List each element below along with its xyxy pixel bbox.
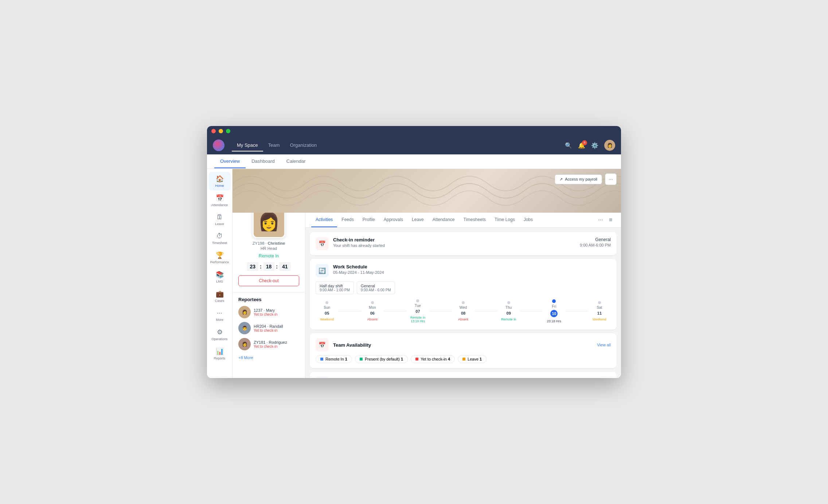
reportee-name-0: 1237 · Mary (254, 308, 277, 312)
app-window: My Space Team Organization 🔍 🔔 6 ⚙️ 👩 Ov… (207, 126, 621, 378)
sidebar-item-more[interactable]: ··· More (209, 306, 231, 324)
day-col-wed: Wed 08 Absent (452, 300, 474, 323)
banner-more-button[interactable]: ··· (605, 173, 617, 185)
sidebar-item-performance[interactable]: 🏆 Performance (209, 248, 231, 267)
shift-tag-0: Half day shift 9:00 AM - 1:00 PM (316, 281, 354, 294)
sidebar-label-home: Home (215, 184, 224, 188)
tabs-more-button[interactable]: ··· (595, 214, 606, 226)
day-status-thu: Remote In (501, 318, 516, 321)
sidebar-label-performance: Performance (210, 260, 229, 264)
more-reportees-link[interactable]: +8 More (238, 354, 299, 361)
tab-feeds[interactable]: Feeds (337, 213, 358, 227)
leave-icon: 🗓 (216, 213, 223, 221)
sidebar-label-operations: Operations (211, 337, 227, 341)
tab-dashboard[interactable]: Dashboard (246, 155, 281, 168)
user-avatar[interactable]: 👩 (604, 140, 615, 151)
day-dot-thu (507, 301, 510, 304)
operations-icon: ⚙ (217, 328, 223, 336)
day-col-mon: Mon 06 Absent (361, 300, 384, 323)
close-btn[interactable] (211, 129, 216, 133)
tab-leave[interactable]: Leave (407, 213, 428, 227)
day-col-sat: Sat 11 Weekend (588, 300, 611, 323)
day-status-sat: Weekend (593, 318, 606, 321)
profile-avatar: 👩 (253, 213, 285, 238)
timeline-line-1 (338, 311, 361, 311)
profile-left-panel: 👩 ZY198 · Christine HR Head Remote In 23… (233, 213, 305, 378)
nav-team[interactable]: Team (263, 139, 285, 151)
tab-profile[interactable]: Profile (358, 213, 379, 227)
tab-jobs[interactable]: Jobs (519, 213, 537, 227)
sidebar-item-timesheet[interactable]: ⏱ Timesheet (209, 229, 231, 248)
timeline-line-2 (384, 311, 406, 311)
sidebar-item-attendance[interactable]: 📅 Attendance (209, 191, 231, 210)
day-label-sat: Sat (597, 306, 602, 310)
tab-approvals[interactable]: Approvals (379, 213, 407, 227)
maximize-btn[interactable] (226, 129, 230, 133)
notifications-icon[interactable]: 🔔 6 (578, 142, 585, 149)
avail-label-leave: Leave 1 (468, 357, 482, 361)
checkin-body: Check-in reminder Your shift has already… (333, 237, 575, 248)
timesheet-icon: ⏱ (216, 232, 223, 240)
banner-actions: ↗ Access my payroll ··· (555, 173, 617, 185)
reportee-info-2: ZY181 · Rodriguez Yet to check-in (254, 340, 287, 349)
tabs-filter-button[interactable]: ≡ (606, 214, 615, 226)
activities-content: 📅 Check-in reminder Your shift has alrea… (305, 228, 621, 378)
avail-dot-remote (320, 358, 323, 361)
sidebar-item-home[interactable]: 🏠 Home (209, 172, 231, 190)
shift-tag-1: General 9:00 AM - 6:00 PM (357, 281, 395, 294)
payroll-button[interactable]: ↗ Access my payroll (555, 174, 602, 184)
nav-my-space[interactable]: My Space (232, 139, 263, 151)
day-status-fri: 23:18 Hrs (547, 319, 561, 323)
day-status-tue: Remote In13:19 Hrs (410, 316, 426, 323)
employee-title: HR Head (261, 246, 277, 251)
schedule-date-range: 05-May-2024 - 11-May-2024 (333, 270, 611, 275)
tab-overview[interactable]: Overview (214, 155, 246, 168)
schedule-icon: 🔄 (316, 264, 329, 277)
performance-icon: 🏆 (216, 251, 224, 259)
avail-tag-remote: Remote In 1 (316, 355, 352, 363)
reportees-section: Reportees 👩 1237 · Mary Yet to check-in (233, 292, 305, 366)
day-dot-wed (462, 301, 465, 304)
checkout-button[interactable]: Check-out (238, 275, 299, 286)
reportee-avatar-1: 👨 (238, 322, 251, 334)
sidebar-item-lms[interactable]: 📚 LMS (209, 268, 231, 286)
avail-label-present: Present (by default) 1 (365, 357, 403, 361)
nav-organization[interactable]: Organization (285, 139, 322, 151)
search-icon[interactable]: 🔍 (565, 142, 572, 149)
tab-timesheets[interactable]: Timesheets (459, 213, 491, 227)
sidebar-item-leave[interactable]: 🗓 Leave (209, 210, 231, 229)
timeline-line-3 (429, 311, 452, 311)
top-navigation: My Space Team Organization 🔍 🔔 6 ⚙️ 👩 (207, 136, 621, 154)
week-timeline: Sun 05 Weekend Mon 06 (316, 298, 611, 324)
sidebar-item-reports[interactable]: 📊 Reports (209, 344, 231, 363)
minimize-btn[interactable] (219, 129, 223, 133)
timeline-line-5 (520, 311, 543, 311)
timeline-line-4 (474, 311, 497, 311)
nav-links: My Space Team Organization (232, 139, 565, 151)
day-num-tue: 07 (415, 309, 420, 314)
upcoming-holidays-card: 🌴 Upcoming Holidays Christmas 25 - Dec, … (310, 372, 617, 378)
employee-id: ZY198 · Christine (253, 241, 285, 245)
tab-timelogs[interactable]: Time Logs (490, 213, 519, 227)
reportee-info-0: 1237 · Mary Yet to check-in (254, 308, 277, 316)
tab-activities[interactable]: Activities (311, 213, 337, 227)
settings-icon[interactable]: ⚙️ (591, 142, 598, 149)
sidebar-label-reports: Reports (214, 357, 226, 360)
avail-dot-yet-checkin (415, 358, 418, 361)
sidebar-item-cases[interactable]: 💼 Cases (209, 287, 231, 306)
time-display: 23 : 18 : 41 (247, 262, 290, 271)
tab-attendance[interactable]: Attendance (428, 213, 459, 227)
sidebar-label-attendance: Attendance (211, 203, 228, 207)
lms-icon: 📚 (216, 271, 224, 279)
profile-card: 👩 ZY198 · Christine HR Head Remote In 23… (233, 213, 305, 292)
reportee-avatar-0: 👩 (238, 306, 251, 318)
home-icon: 🏠 (216, 175, 224, 183)
sidebar-item-operations[interactable]: ⚙ Operations (209, 325, 231, 344)
day-dot-sun (325, 301, 328, 304)
team-avail-view-all[interactable]: View all (597, 343, 611, 347)
day-dot-fri (552, 299, 556, 303)
tab-calendar[interactable]: Calendar (281, 155, 312, 168)
shift-time: 9:00 AM-6:00 PM (580, 243, 611, 247)
day-col-tue: Tue 07 Remote In13:19 Hrs (406, 298, 429, 324)
activity-tabs-bar: Activities Feeds Profile Approvals Leave… (305, 213, 621, 228)
